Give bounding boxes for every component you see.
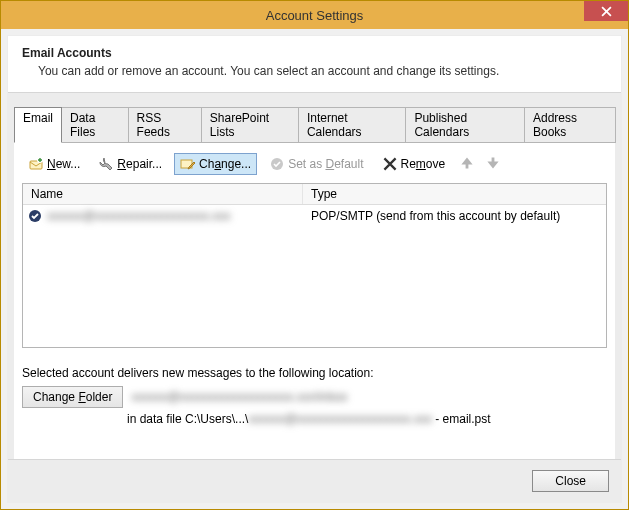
account-name: xxxxxx@xxxxxxxxxxxxxxxxxxx.xxx [47,209,231,223]
tab-rss-feeds[interactable]: RSS Feeds [128,107,202,143]
delivery-heading: Selected account delivers new messages t… [22,366,607,380]
tab-sharepoint-lists[interactable]: SharePoint Lists [201,107,299,143]
footer: Close [8,459,621,502]
tab-data-files[interactable]: Data Files [61,107,129,143]
tab-address-books[interactable]: Address Books [524,107,616,143]
accounts-list[interactable]: Name Type xxxxxx@xxxxxxxxxxxxxxxxxxx.xxx… [22,183,607,348]
list-header: Name Type [23,184,606,205]
check-circle-icon [269,156,285,172]
tab-email[interactable]: Email [14,107,62,143]
set-default-button: Set as Default [263,153,369,175]
change-icon [180,156,196,172]
list-row[interactable]: xxxxxx@xxxxxxxxxxxxxxxxxxx.xxx POP/SMTP … [23,205,606,225]
change-folder-button[interactable]: Change Folder [22,386,123,408]
move-up-button [457,155,477,173]
arrow-up-icon [459,155,475,171]
change-label: nge... [221,157,251,171]
header-heading: Email Accounts [22,46,607,60]
tab-internet-calendars[interactable]: Internet Calendars [298,107,407,143]
delivery-path: in data file C:\Users\...\xxxxxx@xxxxxxx… [127,412,607,426]
delivery-location: xxxxxx@xxxxxxxxxxxxxxxxxxx.xxx\Inbox [131,390,347,404]
default-account-icon [27,208,43,224]
col-header-name[interactable]: Name [23,184,303,204]
close-button[interactable]: Close [532,470,609,492]
set-default-label: efault [334,157,363,171]
new-label: ew... [56,157,81,171]
tab-row: Email Data Files RSS Feeds SharePoint Li… [8,93,621,143]
remove-label: ove [426,157,445,171]
header-subtext: You can add or remove an account. You ca… [38,64,607,78]
repair-icon [98,156,114,172]
move-down-button [483,155,503,173]
tab-content: New... Repair... Change... [14,142,615,459]
titlebar: Account Settings [1,1,628,29]
header-panel: Email Accounts You can add or remove an … [8,36,621,93]
toolbar: New... Repair... Change... [22,151,607,183]
remove-button[interactable]: Remove [376,153,452,175]
arrow-down-icon [485,155,501,171]
repair-label: epair... [126,157,162,171]
window-title: Account Settings [1,8,628,23]
window-close-button[interactable] [584,1,628,21]
repair-button[interactable]: Repair... [92,153,168,175]
change-button[interactable]: Change... [174,153,257,175]
new-button[interactable]: New... [22,153,86,175]
delivery-section: Selected account delivers new messages t… [22,366,607,426]
col-header-type[interactable]: Type [303,184,606,204]
account-type: POP/SMTP (send from this account by defa… [303,208,606,224]
account-settings-window: Account Settings Email Accounts You can … [0,0,629,510]
close-icon [601,6,612,17]
tab-published-calendars[interactable]: Published Calendars [405,107,525,143]
new-icon [28,156,44,172]
remove-icon [382,156,398,172]
dialog-body: Email Accounts You can add or remove an … [7,35,622,503]
